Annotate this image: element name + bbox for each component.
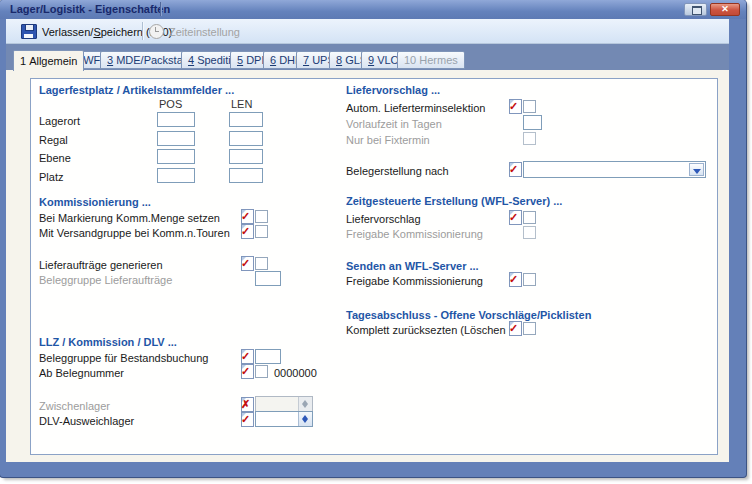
- section-title-kommissionierung: Kommissionierung ...: [39, 196, 151, 208]
- time-settings-label: Zeiteinstellung: [169, 26, 240, 38]
- section-title-lagerfestplatz: Lagerfestplatz / Artikelstammfelder ...: [39, 84, 234, 96]
- maximize-button[interactable]: [684, 3, 707, 16]
- label-komplett-zuruecksetzen: Komplett zurücksezten (Löschen: [346, 324, 506, 336]
- titlebar-divider: [160, 2, 161, 16]
- input-lagerort-len[interactable]: [229, 112, 263, 127]
- input-beleggruppe-bestandsbuchung[interactable]: [255, 349, 281, 364]
- label-platz: Platz: [39, 171, 63, 183]
- label-lieferauftraege-generieren: Lieferaufträge generieren: [39, 259, 163, 271]
- spinner-zwischenlager: [255, 396, 313, 412]
- label-nur-bei-fixtermin: Nur bei Fixtermin: [346, 134, 430, 146]
- label-vorlaufzeit: Vorlaufzeit in Tagen: [346, 118, 442, 130]
- label-liefervorschlag: Liefervorschlag: [346, 213, 421, 225]
- label-ebene: Ebene: [39, 152, 71, 164]
- checkbox-lieferauftraege-generieren[interactable]: [255, 257, 268, 270]
- input-regal-pos[interactable]: [157, 131, 195, 146]
- label-ab-belegnummer: Ab Belegnummer: [39, 367, 124, 379]
- input-platz-pos[interactable]: [157, 168, 195, 183]
- label-regal: Regal: [39, 134, 68, 146]
- label-zwischenlager: Zwischenlager: [39, 400, 110, 412]
- checkbox-freigabe-kommissionierung-zeit: [523, 226, 536, 239]
- clock-icon: [149, 24, 164, 39]
- input-platz-len[interactable]: [229, 168, 263, 183]
- input-vorlaufzeit[interactable]: [523, 115, 542, 130]
- label-beleggruppe-bestandsbuchung: Beleggruppe für Bestandsbuchung: [39, 352, 208, 364]
- label-dlv-ausweichlager: DLV-Ausweichlager: [39, 415, 134, 427]
- input-beleggruppe-lieferauftraege[interactable]: [255, 271, 281, 286]
- tab-allgemein[interactable]: 1Allgemein: [13, 50, 84, 71]
- checkbox-ab-belegnummer[interactable]: [255, 365, 268, 378]
- section-title-senden-wfl: Senden an WFL-Server ...: [346, 260, 479, 272]
- maximize-icon: [692, 6, 702, 15]
- titlebar: Lager/Logisitk - Eigenschaften ✕: [0, 0, 746, 19]
- section-title-liefervorschlag: Liefervorschlag ...: [346, 84, 440, 96]
- form-panel: Lagerfestplatz / Artikelstammfelder ... …: [30, 78, 718, 455]
- section-title-zeitgesteuerte-erstellung: Zeitgesteuerte Erstellung (WFL-Server) .…: [346, 195, 562, 207]
- field-status-check-icon[interactable]: [241, 349, 254, 364]
- field-status-check-icon[interactable]: [509, 99, 522, 114]
- label-lagerort: Lagerort: [39, 115, 80, 127]
- field-status-x-icon[interactable]: [241, 397, 254, 412]
- checkbox-freigabe-kommissionierung-senden[interactable]: [523, 273, 536, 286]
- field-status-check-icon[interactable]: [509, 162, 522, 177]
- section-title-llz: LLZ / Kommission / DLV ...: [39, 336, 177, 348]
- label-freigabe-kommissionierung-senden: Freigabe Kommissionierung: [346, 275, 483, 287]
- spinner-arrows-icon[interactable]: [298, 412, 312, 426]
- field-status-check-icon[interactable]: [509, 272, 522, 287]
- input-ebene-len[interactable]: [229, 149, 263, 164]
- close-button[interactable]: ✕: [710, 3, 740, 16]
- tab-strip: 1Allgemein 2WFL 3MDE/Packstation 4Spedit…: [6, 44, 729, 70]
- checkbox-komm-menge-setzen[interactable]: [255, 210, 268, 223]
- field-status-check-icon[interactable]: [509, 210, 522, 225]
- app-window: Lager/Logisitk - Eigenschaften ✕ Verlass…: [0, 0, 746, 477]
- label-belegerstellung-nach: Belegerstellung nach: [346, 165, 449, 177]
- chevron-down-icon[interactable]: [689, 163, 704, 176]
- toolbar: Verlassen/Speichern (F10) Zeiteinstellun…: [6, 19, 729, 44]
- label-freigabe-kommissionierung-zeit: Freigabe Kommissionierung: [346, 228, 483, 240]
- input-lagerort-pos[interactable]: [157, 112, 195, 127]
- checkbox-komplett-zuruecksetzen[interactable]: [523, 322, 536, 335]
- field-status-check-icon[interactable]: [241, 364, 254, 379]
- toolbar-separator: [142, 22, 143, 40]
- spinner-dlv-ausweichlager[interactable]: [255, 411, 313, 427]
- spinner-arrows-icon: [298, 397, 312, 411]
- input-regal-len[interactable]: [229, 131, 263, 146]
- tab-hermes: 10Hermes: [397, 51, 465, 69]
- section-title-tagesabschluss: Tagesabschluss - Offene Vorschläge/Pickl…: [346, 309, 591, 321]
- input-ebene-pos[interactable]: [157, 149, 195, 164]
- checkbox-nur-bei-fixtermin: [523, 132, 536, 145]
- value-ab-belegnummer: 0000000: [274, 367, 317, 379]
- label-autom-lieferterminselektion: Autom. Lieferterminselektion: [346, 102, 485, 114]
- field-status-check-icon[interactable]: [509, 321, 522, 336]
- dropdown-belegerstellung-nach[interactable]: [523, 161, 706, 178]
- checkbox-autom-lieferterminselektion[interactable]: [523, 100, 536, 113]
- window-title: Lager/Logisitk - Eigenschaften: [10, 3, 170, 15]
- field-status-check-icon[interactable]: [241, 256, 254, 271]
- field-status-check-icon[interactable]: [241, 209, 254, 224]
- checkbox-liefervorschlag[interactable]: [523, 211, 536, 224]
- time-settings-button: Zeiteinstellung: [149, 22, 240, 41]
- tab-page-allgemein: Lagerfestplatz / Artikelstammfelder ... …: [6, 70, 729, 462]
- save-icon: [21, 24, 37, 39]
- field-status-check-icon[interactable]: [241, 412, 254, 427]
- column-header-pos: POS: [159, 98, 182, 110]
- checkbox-versandgruppe-touren[interactable]: [255, 225, 268, 238]
- field-status-check-icon[interactable]: [241, 224, 254, 239]
- label-komm-menge-setzen: Bei Markierung Komm.Menge setzen: [39, 212, 220, 224]
- label-versandgruppe-touren: Mit Versandgruppe bei Komm.n.Touren: [39, 227, 230, 239]
- label-beleggruppe-lieferauftraege: Beleggruppe Lieferaufträge: [39, 274, 172, 286]
- column-header-len: LEN: [231, 98, 252, 110]
